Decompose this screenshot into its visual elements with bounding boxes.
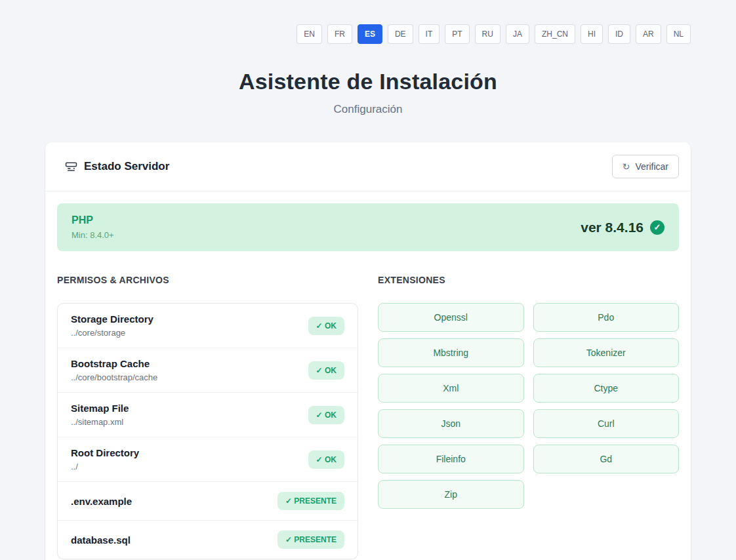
lang-button-ja[interactable]: JA <box>506 24 529 44</box>
permission-name: database.sql <box>71 534 131 546</box>
permissions-heading: PERMISOS & ARCHIVOS <box>57 275 358 285</box>
status-columns: PERMISOS & ARCHIVOS Storage Directory../… <box>57 275 679 559</box>
extension-pill-ctype: Ctype <box>533 374 680 403</box>
lang-button-hi[interactable]: HI <box>581 24 603 44</box>
permission-name: Storage Directory <box>71 313 153 325</box>
server-status-card: Estado Servidor ↻ Verificar PHP Min: 8.4… <box>45 142 691 560</box>
permission-row: Root Directory../✓ OK <box>58 437 358 482</box>
php-min-version: Min: 8.4.0+ <box>72 230 114 240</box>
permission-path: ../core/bootstrap/cache <box>71 372 157 382</box>
lang-button-pt[interactable]: PT <box>445 24 469 44</box>
permission-info: Bootstrap Cache../core/bootstrap/cache <box>71 358 157 382</box>
status-badge: ✓ OK <box>308 406 344 424</box>
extension-pill-pdo: Pdo <box>533 303 680 332</box>
page-subtitle: Configuración <box>45 103 691 116</box>
status-badge: ✓ PRESENTE <box>277 492 344 510</box>
page-container: ENFRESDEITPTRUJAZH_CNHIIDARNL Asistente … <box>45 0 691 560</box>
php-version: ver 8.4.16 <box>581 220 644 235</box>
permission-info: database.sql <box>71 534 131 546</box>
extension-pill-mbstring: Mbstring <box>378 338 524 367</box>
permissions-column: PERMISOS & ARCHIVOS Storage Directory../… <box>57 275 358 559</box>
permission-info: Root Directory../ <box>71 447 139 471</box>
permissions-list: Storage Directory../core/storage✓ OKBoot… <box>57 303 358 559</box>
refresh-icon: ↻ <box>623 162 630 171</box>
lang-button-it[interactable]: IT <box>419 24 440 44</box>
php-status-banner: PHP Min: 8.4.0+ ver 8.4.16 ✓ <box>57 203 679 251</box>
permission-row: Bootstrap Cache../core/bootstrap/cache✓ … <box>58 348 358 393</box>
extension-pill-openssl: Openssl <box>378 303 524 332</box>
server-icon <box>65 161 77 173</box>
permission-info: Sitemap File../sitemap.xml <box>71 403 129 427</box>
permission-path: ../ <box>71 462 139 471</box>
card-body: PHP Min: 8.4.0+ ver 8.4.16 ✓ PERMISOS & … <box>45 191 691 560</box>
status-badge: ✓ PRESENTE <box>277 530 344 549</box>
php-label: PHP <box>72 214 114 226</box>
status-badge: ✓ OK <box>308 317 344 335</box>
extensions-heading: EXTENSIONES <box>378 275 679 285</box>
lang-button-nl[interactable]: NL <box>666 24 691 44</box>
permission-row: Storage Directory../core/storage✓ OK <box>58 304 358 348</box>
lang-button-ar[interactable]: AR <box>636 24 661 44</box>
verify-button-label: Verificar <box>635 161 668 172</box>
card-header: Estado Servidor ↻ Verificar <box>45 142 691 191</box>
permission-name: .env.example <box>71 496 132 507</box>
status-badge: ✓ OK <box>308 450 344 469</box>
extension-pill-fileinfo: Fileinfo <box>378 445 524 473</box>
permission-name: Root Directory <box>71 447 139 458</box>
lang-button-ru[interactable]: RU <box>475 24 501 44</box>
status-badge: ✓ OK <box>308 361 344 380</box>
lang-button-de[interactable]: DE <box>388 24 413 44</box>
language-bar: ENFRESDEITPTRUJAZH_CNHIIDARNL <box>45 24 691 44</box>
card-title: Estado Servidor <box>84 160 169 173</box>
verify-button[interactable]: ↻ Verificar <box>612 155 679 178</box>
extension-pill-curl: Curl <box>533 409 680 438</box>
extension-pill-tokenizer: Tokenizer <box>533 338 680 367</box>
permission-info: .env.example <box>71 496 132 507</box>
extension-pill-json: Json <box>378 409 524 438</box>
extensions-column: EXTENSIONES OpensslPdoMbstringTokenizerX… <box>378 275 679 559</box>
extensions-grid: OpensslPdoMbstringTokenizerXmlCtypeJsonC… <box>378 303 679 509</box>
permission-path: ../sitemap.xml <box>71 417 129 427</box>
permission-path: ../core/storage <box>71 328 153 338</box>
lang-button-id[interactable]: ID <box>608 24 630 44</box>
extension-pill-xml: Xml <box>378 374 524 403</box>
card-title-wrap: Estado Servidor <box>57 160 169 173</box>
permission-row: .env.example✓ PRESENTE <box>58 482 358 521</box>
permission-row: database.sql✓ PRESENTE <box>58 521 358 559</box>
permission-name: Bootstrap Cache <box>71 358 157 369</box>
extension-pill-gd: Gd <box>533 445 680 473</box>
lang-button-es[interactable]: ES <box>358 24 382 44</box>
page-title: Asistente de Instalación <box>45 69 691 94</box>
check-circle-icon: ✓ <box>650 220 664 235</box>
lang-button-zh_cn[interactable]: ZH_CN <box>535 24 575 44</box>
lang-button-fr[interactable]: FR <box>327 24 352 44</box>
permission-info: Storage Directory../core/storage <box>71 313 153 338</box>
permission-row: Sitemap File../sitemap.xml✓ OK <box>58 393 358 437</box>
php-right: ver 8.4.16 ✓ <box>581 220 664 235</box>
lang-button-en[interactable]: EN <box>296 24 322 44</box>
permission-name: Sitemap File <box>71 403 129 414</box>
extension-pill-zip: Zip <box>378 480 524 509</box>
php-left: PHP Min: 8.4.0+ <box>72 214 114 240</box>
